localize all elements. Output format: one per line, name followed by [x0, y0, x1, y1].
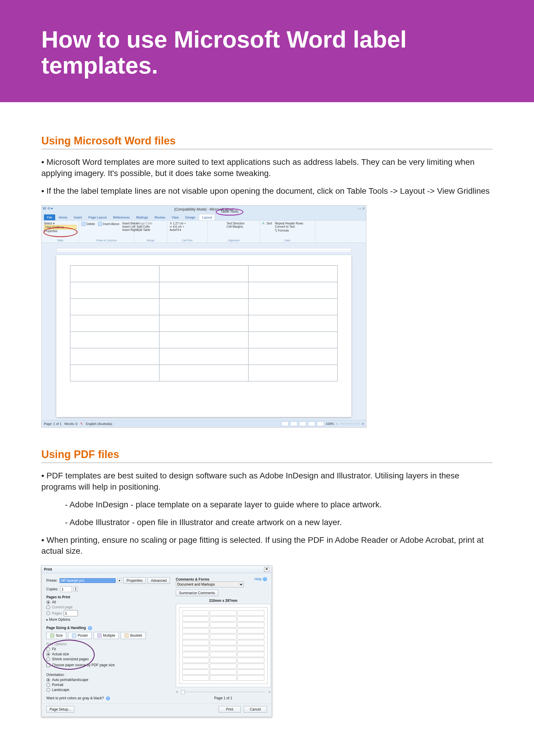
tab-home[interactable]: Home [56, 214, 70, 220]
spinner-icon[interactable]: ▲▼ [74, 586, 78, 592]
next-page-icon[interactable]: > [268, 689, 271, 694]
contextual-tab-group: Table Tools [221, 209, 239, 213]
group-label: Rows & Columns [81, 239, 132, 242]
view-print-layout-icon[interactable] [281, 421, 289, 426]
fld-row-height[interactable]: ⇕ 1.27 cm ÷ [170, 222, 205, 225]
status-bar: Page: 1 of 1 Words: 0 ✎ English (Austral… [41, 420, 366, 427]
document-page [56, 255, 351, 417]
cmd-cell-margins[interactable]: Cell Margins [227, 225, 244, 228]
view-web-icon[interactable] [299, 421, 306, 426]
poster-icon [72, 634, 76, 637]
page-slider[interactable] [181, 690, 185, 694]
tab-booklet[interactable]: Booklet [121, 632, 146, 639]
annotation-circle-actual-size [43, 640, 95, 670]
print-preview [176, 604, 271, 687]
para: • PDF templates are best suited to desig… [41, 470, 493, 493]
alignment-grid[interactable] [210, 222, 224, 233]
group-label: Cell Size [170, 239, 205, 242]
page-title: How to use Microsoft Word label template… [41, 27, 493, 79]
view-outline-icon[interactable] [308, 421, 315, 426]
radio-current[interactable]: Current page [46, 605, 170, 609]
dropdown-arrow-icon[interactable]: ▾ [117, 578, 121, 583]
view-fullscreen-icon[interactable] [290, 421, 297, 426]
pages-input[interactable] [64, 610, 78, 616]
status-lang[interactable]: English (Australia) [86, 422, 112, 425]
booklet-icon [124, 634, 129, 637]
print-dialog-screenshot: Print ✕ Help? Printer: HP laserjet pro ▾… [41, 566, 272, 717]
group-label: Alignment [210, 239, 257, 242]
tab-insert[interactable]: Insert [71, 214, 85, 220]
radio-all[interactable]: All [46, 600, 170, 604]
print-button[interactable]: Print [218, 706, 241, 713]
tab-references[interactable]: References [110, 214, 133, 220]
radio-dot-icon [46, 688, 50, 692]
tab-page-layout[interactable]: Page Layout [86, 214, 110, 220]
cmd-insert-above[interactable]: Insert Above [98, 222, 119, 226]
tab-file[interactable]: File [44, 214, 55, 220]
radio-pages[interactable]: Pages [46, 610, 170, 616]
page: How to use Microsoft Word label template… [0, 0, 534, 756]
handling-tabs: Size Poster Multiple Booklet [46, 632, 170, 639]
tab-multiple[interactable]: Multiple [93, 632, 119, 639]
cmd-autofit[interactable]: AutoFit ▾ [170, 228, 205, 231]
para: • When printing, ensure no scaling or pa… [41, 534, 493, 557]
delete-icon [81, 222, 86, 226]
tab-size[interactable]: Size [46, 632, 66, 639]
comments-select[interactable]: Document and Markups [176, 581, 244, 587]
cmd-sort[interactable]: A↓Sort [262, 222, 272, 225]
radio-landscape[interactable]: Landscape [46, 688, 170, 692]
cmd-delete[interactable]: Delete [81, 222, 95, 226]
window-controls[interactable]: ▭ ✕ [358, 206, 365, 210]
cmd-split-cells[interactable]: Split Cells [137, 225, 165, 228]
zoom-in-icon[interactable]: + [362, 422, 364, 425]
word-screenshot: W ⟲ ▾ [Compatibility Mode] - Microsoft W… [41, 205, 367, 428]
tab-layout[interactable]: Layout [199, 214, 215, 220]
info-icon[interactable]: i [106, 696, 110, 700]
status-page: Page: 1 of 1 [44, 422, 62, 425]
info-icon[interactable]: i [88, 626, 92, 630]
cancel-button[interactable]: Cancel [244, 706, 267, 713]
cmd-formula[interactable]: fx Formula [275, 228, 303, 232]
summarize-button[interactable]: Summarize Comments [176, 590, 218, 596]
advanced-button[interactable]: Advanced [147, 577, 170, 584]
preview-sheet [179, 607, 267, 684]
zoom-out-icon[interactable]: − [336, 422, 338, 425]
spellcheck-icon[interactable]: ✎ [80, 422, 83, 426]
table-tools-callout: Table Tools [216, 208, 243, 216]
tab-mailings[interactable]: Mailings [133, 214, 151, 220]
section-heading-pdf: Using PDF files [41, 448, 493, 461]
page-setup-button[interactable]: Page Setup... [46, 706, 74, 713]
group-label: Data [262, 239, 313, 242]
more-options-toggle[interactable]: ▸ More Options [46, 617, 170, 622]
radio-auto-orient[interactable]: Auto portrait/landscape [46, 678, 170, 682]
cmd-merge-cells[interactable]: Merge Cells [137, 222, 165, 225]
cmd-select[interactable]: Select ▾ [44, 222, 76, 225]
radio-dot-icon [46, 683, 50, 687]
cmd-convert-text[interactable]: Convert to Text [275, 225, 303, 228]
properties-button[interactable]: Properties [123, 577, 146, 584]
tab-review[interactable]: Review [152, 214, 168, 220]
help-link[interactable]: Help? [254, 577, 267, 581]
cmd-repeat-header[interactable]: Repeat Header Rows [275, 222, 303, 225]
cmd-text-direction[interactable]: Text Direction [227, 222, 244, 225]
label-grid [70, 265, 338, 382]
pages-heading: Pages to Print [46, 595, 170, 599]
cmd-split-table[interactable]: Split Table [137, 228, 165, 231]
view-draft-icon[interactable] [317, 421, 324, 426]
prev-page-icon[interactable]: < [176, 689, 178, 694]
sub-para: - Adobe Illustrator - open file in Illus… [41, 517, 493, 528]
sizing-heading: Page Sizing & Handling i [46, 626, 170, 630]
insert-above-icon [98, 222, 102, 226]
tab-poster[interactable]: Poster [68, 632, 92, 639]
zoom-slider[interactable] [340, 423, 360, 424]
section-heading-word: Using Microsoft Word files [41, 135, 493, 147]
tab-view[interactable]: View [169, 214, 182, 220]
copies-input[interactable] [60, 586, 72, 592]
fld-col-width[interactable]: ⇔ 4.6 cm ÷ [170, 225, 205, 228]
dialog-titlebar: Print ✕ [41, 566, 272, 573]
close-icon[interactable]: ✕ [264, 567, 269, 572]
size-icon [50, 634, 54, 637]
radio-portrait[interactable]: Portrait [46, 683, 170, 687]
tab-design[interactable]: Design [182, 214, 198, 220]
printer-select[interactable]: HP laserjet pro [60, 578, 116, 583]
